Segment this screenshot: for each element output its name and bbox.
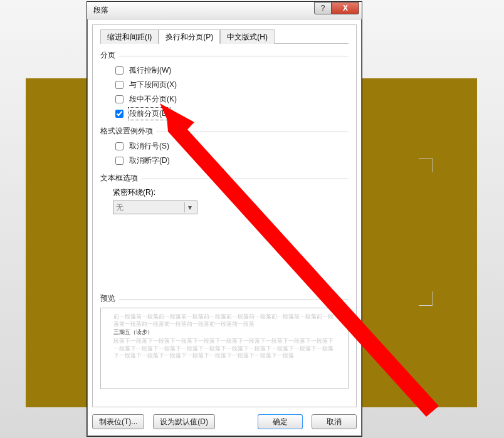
check-page-break-before[interactable]: 段前分页(B)	[113, 108, 349, 120]
group-format-exceptions: 格式设置例外项	[100, 126, 349, 137]
crop-mark	[401, 291, 433, 323]
preview-text-current: 三期五（读步）	[113, 329, 335, 336]
dialog-footer: 制表位(T)... 设为默认值(D) 确定 取消	[92, 412, 357, 431]
preview-text-before: 前一段落前一段落前一段落前一段落前一段落前一段落前一段落前一段落前一段落前一段落…	[113, 313, 335, 328]
tab-asian-typography[interactable]: 中文版式(H)	[220, 29, 275, 44]
group-title: 文本框选项	[100, 173, 138, 184]
group-pagination: 分页	[100, 50, 349, 61]
titlebar[interactable]: 段落 ? X	[87, 2, 362, 19]
help-icon: ?	[321, 4, 325, 13]
group-textbox-options: 文本框选项	[100, 173, 349, 184]
tab-label: 中文版式(H)	[227, 33, 268, 41]
checkbox[interactable]	[115, 95, 123, 103]
check-keep-lines-together[interactable]: 段中不分页(K)	[113, 93, 349, 105]
tab-line-page-breaks[interactable]: 换行和分页(P)	[159, 29, 220, 44]
tab-label: 缩进和间距(I)	[107, 33, 152, 41]
cancel-button[interactable]: 取消	[312, 414, 357, 429]
group-title: 格式设置例外项	[100, 126, 153, 137]
checkbox[interactable]	[115, 157, 123, 165]
tight-wrap-select[interactable]: 无 ▾	[113, 201, 197, 214]
preview-pane: 前一段落前一段落前一段落前一段落前一段落前一段落前一段落前一段落前一段落前一段落…	[100, 308, 349, 389]
check-widow-orphan[interactable]: 孤行控制(W)	[113, 65, 349, 76]
paragraph-dialog: 段落 ? X 缩进和间距(I) 换行和分页(P) 中文版式(H) 分页 孤行控制…	[87, 1, 362, 437]
crop-mark	[401, 159, 433, 190]
tight-wrap-label: 紧密环绕(R):	[113, 187, 349, 198]
button-label: 确定	[273, 417, 288, 426]
check-label: 取消行号(S)	[129, 141, 169, 152]
close-icon: X	[343, 4, 348, 13]
check-label: 与下段同页(X)	[129, 80, 177, 90]
tab-label: 换行和分页(P)	[165, 33, 213, 41]
group-preview: 预览	[100, 293, 349, 304]
help-button[interactable]: ?	[314, 2, 332, 14]
button-label: 取消	[327, 417, 342, 426]
tabs-button[interactable]: 制表位(T)...	[92, 414, 144, 429]
checkbox[interactable]	[115, 110, 123, 118]
checkbox[interactable]	[115, 142, 123, 150]
button-label: 制表位(T)...	[99, 417, 137, 426]
select-value: 无	[116, 202, 123, 213]
check-label: 取消断字(D)	[129, 155, 170, 166]
check-label: 孤行控制(W)	[129, 65, 171, 76]
check-label: 段中不分页(K)	[129, 94, 177, 105]
check-suppress-line-numbers[interactable]: 取消行号(S)	[113, 140, 349, 152]
check-label: 段前分页(B)	[129, 108, 169, 119]
ok-button[interactable]: 确定	[258, 414, 303, 429]
check-keep-with-next[interactable]: 与下段同页(X)	[113, 79, 349, 91]
button-label: 设为默认值(D)	[160, 417, 208, 426]
dialog-body: 缩进和间距(I) 换行和分页(P) 中文版式(H) 分页 孤行控制(W) 与下段…	[92, 24, 357, 407]
preview-text-after: 段落下一段落下一段落下一段落下一段落下一段落下一段落下一段落下一段落下一段落下一…	[113, 338, 335, 360]
close-button[interactable]: X	[332, 2, 359, 14]
chevron-down-icon: ▾	[184, 202, 194, 212]
checkbox[interactable]	[115, 66, 123, 75]
checkbox[interactable]	[115, 81, 123, 89]
set-default-button[interactable]: 设为默认值(D)	[153, 414, 215, 429]
dialog-title: 段落	[93, 5, 108, 16]
tab-indent-spacing[interactable]: 缩进和间距(I)	[100, 29, 159, 44]
group-title: 预览	[100, 293, 115, 304]
group-title: 分页	[100, 50, 115, 61]
check-suppress-hyphenation[interactable]: 取消断字(D)	[113, 155, 349, 167]
tab-strip: 缩进和间距(I) 换行和分页(P) 中文版式(H)	[100, 29, 349, 44]
